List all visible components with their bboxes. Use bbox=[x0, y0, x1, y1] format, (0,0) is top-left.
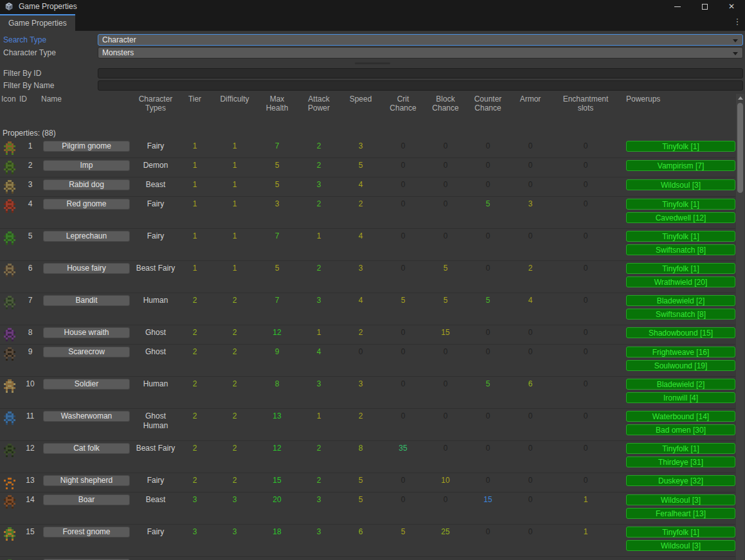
name-button[interactable]: Washerwoman bbox=[43, 411, 130, 422]
powerup-button[interactable]: Wildsoul [3] bbox=[626, 494, 735, 505]
name-cell: Boar bbox=[41, 494, 135, 505]
powerup-button[interactable]: Thirdeye [31] bbox=[626, 456, 735, 467]
stat-cell-max-health: 5 bbox=[256, 160, 298, 171]
name-button[interactable]: Red gnome bbox=[43, 199, 130, 210]
id-cell: 12 bbox=[19, 443, 41, 454]
minimize-button[interactable] bbox=[664, 0, 691, 13]
stat-cell-enchantment-slots: 0 bbox=[552, 295, 620, 306]
monster-sprite-icon bbox=[2, 379, 17, 393]
stat-cell-crit-chance: 0 bbox=[382, 327, 424, 338]
name-button[interactable]: Leprechaun bbox=[43, 231, 130, 242]
powerup-button[interactable]: Tinyfolk [1] bbox=[626, 199, 735, 210]
filter-by-name-input[interactable] bbox=[98, 80, 743, 91]
powerup-button[interactable]: Bad omen [30] bbox=[626, 424, 735, 435]
column-header-icon: Icon bbox=[0, 95, 19, 104]
powerup-button[interactable]: Waterbound [14] bbox=[626, 411, 735, 422]
powerup-button[interactable]: Bladewield [2] bbox=[626, 379, 735, 390]
stat-cell-attack-power: 3 bbox=[298, 179, 339, 190]
name-button[interactable]: Rabid dog bbox=[43, 179, 130, 190]
character-types-cell: Human bbox=[135, 295, 176, 305]
stat-cell-crit-chance: 0 bbox=[382, 494, 424, 505]
game-properties-window: Game Properties ✕ Game Properties ⋮ Sear… bbox=[0, 0, 745, 560]
name-button[interactable]: Cat folk bbox=[43, 443, 130, 454]
maximize-icon bbox=[702, 4, 708, 10]
stat-cell-attack-power: 1 bbox=[298, 231, 339, 242]
name-button[interactable]: Boar bbox=[43, 494, 130, 505]
stat-cell-tier: 1 bbox=[176, 263, 213, 274]
maximize-button[interactable] bbox=[691, 0, 718, 13]
stat-cell-speed: 5 bbox=[339, 494, 382, 505]
powerup-button[interactable]: Feralheart [13] bbox=[626, 508, 735, 519]
stat-cell-speed: 4 bbox=[339, 179, 382, 190]
id-cell: 8 bbox=[19, 327, 41, 338]
stat-cell-crit-chance: 5 bbox=[382, 527, 424, 537]
scrollbar-thumb[interactable] bbox=[737, 103, 743, 193]
icon-cell bbox=[0, 494, 19, 509]
stat-cell-crit-chance: 0 bbox=[382, 263, 424, 274]
search-type-dropdown[interactable]: Character bbox=[98, 34, 743, 46]
powerup-button[interactable]: Ironwill [4] bbox=[626, 392, 735, 403]
monster-sprite-icon bbox=[2, 231, 17, 246]
powerup-button[interactable]: Soulwound [19] bbox=[626, 360, 735, 371]
column-header-armor: Armor bbox=[509, 95, 552, 104]
splitter[interactable] bbox=[0, 59, 745, 67]
name-button[interactable]: House wraith bbox=[43, 327, 130, 338]
powerup-button[interactable]: Bladewield [2] bbox=[626, 295, 735, 306]
filter-by-name-label: Filter By Name bbox=[0, 81, 98, 90]
stat-cell-crit-chance: 0 bbox=[382, 347, 424, 357]
powerup-button[interactable]: Tinyfolk [1] bbox=[626, 263, 735, 274]
filter-by-id-input[interactable] bbox=[98, 68, 743, 78]
powerup-button[interactable]: Tinyfolk [1] bbox=[626, 141, 735, 152]
scroll-up-button[interactable] bbox=[736, 94, 744, 102]
character-types-cell bbox=[135, 559, 176, 559]
powerup-button[interactable]: Swiftsnatch [8] bbox=[626, 244, 735, 255]
character-type-dropdown[interactable]: Monsters bbox=[98, 47, 743, 59]
name-button[interactable]: House fairy bbox=[43, 263, 130, 274]
powerup-button[interactable]: Cavedwell [12] bbox=[626, 212, 735, 223]
powerup-button[interactable]: Vampirism [7] bbox=[626, 160, 735, 171]
stat-cell-max-health: 9 bbox=[256, 347, 298, 357]
stat-cell-difficulty: 2 bbox=[213, 295, 256, 306]
powerup-button[interactable]: Tinyfolk [1] bbox=[626, 527, 735, 537]
tab-game-properties[interactable]: Game Properties bbox=[0, 14, 75, 31]
column-header-counter-chance: Counter Chance bbox=[467, 95, 509, 113]
icon-cell bbox=[0, 347, 19, 361]
kebab-menu-icon[interactable]: ⋮ bbox=[732, 17, 742, 26]
stat-cell-crit-chance: 0 bbox=[382, 379, 424, 390]
stat-cell-armor: 0 bbox=[509, 327, 552, 338]
name-button[interactable]: Bandit bbox=[43, 295, 130, 306]
stat-cell-max-health: 15 bbox=[256, 475, 298, 486]
icon-cell bbox=[0, 263, 19, 278]
powerup-button[interactable]: Wrathwield [20] bbox=[626, 276, 735, 287]
name-button[interactable]: Forest gnome bbox=[43, 527, 130, 537]
close-button[interactable]: ✕ bbox=[718, 0, 745, 13]
powerup-button[interactable]: Duskeye [32] bbox=[626, 475, 735, 486]
name-button[interactable]: Pilgrim gnome bbox=[43, 141, 130, 152]
powerup-button[interactable]: Frightweave [16] bbox=[626, 347, 735, 357]
stat-cell-crit-chance: 0 bbox=[382, 179, 424, 190]
powerups-cell: Tinyfolk [1] bbox=[620, 141, 735, 152]
name-button[interactable]: Scarecrow bbox=[43, 347, 130, 357]
powerup-button[interactable]: Wildsoul [3] bbox=[626, 179, 735, 190]
vertical-scrollbar[interactable] bbox=[736, 94, 744, 560]
name-button[interactable]: Night shepherd bbox=[43, 475, 130, 486]
stat-cell-block-chance: 5 bbox=[424, 263, 467, 274]
stat-cell-counter-chance: 0 bbox=[467, 179, 509, 190]
name-button[interactable]: Soldier bbox=[43, 379, 130, 390]
icon-cell bbox=[0, 295, 19, 310]
powerup-button[interactable]: Wildsoul [3] bbox=[626, 540, 735, 551]
stat-cell-attack-power: 2 bbox=[298, 475, 339, 486]
name-button[interactable]: Imp bbox=[43, 160, 130, 171]
powerup-button[interactable]: Shadowbound [15] bbox=[626, 327, 735, 338]
powerup-button[interactable]: Swiftsnatch [8] bbox=[626, 309, 735, 320]
id-cell: 14 bbox=[19, 494, 41, 505]
stat-cell-difficulty: 2 bbox=[213, 379, 256, 390]
stat-cell-counter-chance: 0 bbox=[467, 141, 509, 152]
monster-sprite-icon bbox=[2, 328, 17, 342]
powerup-button[interactable]: Tinyfolk [1] bbox=[626, 443, 735, 454]
stat-cell-block-chance: 0 bbox=[424, 411, 467, 422]
stat-cell-crit-chance: 0 bbox=[382, 199, 424, 210]
powerup-button[interactable]: Tinyfolk [1] bbox=[626, 231, 735, 242]
stat-cell-armor: 0 bbox=[509, 475, 552, 486]
stat-cell-enchantment-slots: 0 bbox=[552, 199, 620, 210]
